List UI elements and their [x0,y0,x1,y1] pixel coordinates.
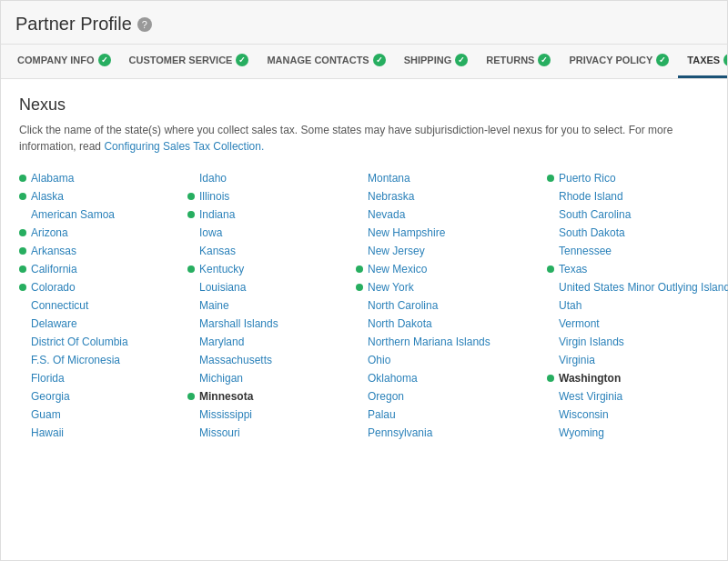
state-item[interactable]: Montana [356,169,547,187]
nav-tab-shipping[interactable]: SHIPPING✓ [395,45,478,78]
state-item[interactable]: Maine [187,296,356,315]
dot-placeholder [187,284,195,291]
help-icon[interactable]: ? [137,17,152,32]
state-name: Kentucky [199,263,244,275]
state-item[interactable]: United States Minor Outlying Islands [547,278,728,296]
state-item[interactable]: North Dakota [356,315,547,333]
state-item[interactable]: Connecticut [19,296,187,315]
state-item[interactable]: Tennessee [547,242,728,260]
state-name: Virginia [559,354,595,366]
state-item[interactable]: Louisiana [187,278,356,296]
state-item[interactable]: Illinois [187,187,356,205]
state-item[interactable]: South Carolina [547,205,728,224]
selected-dot [187,393,195,400]
dot-placeholder [356,302,363,309]
state-name: Mississippi [199,408,252,421]
dot-placeholder [187,411,195,418]
state-item[interactable]: Texas [547,260,728,278]
state-name: Oregon [368,390,404,403]
state-item[interactable]: Iowa [187,224,356,242]
state-item[interactable]: District Of Columbia [19,333,187,351]
dot-placeholder [356,247,363,255]
tab-label: COMPANY INFO [17,55,95,65]
state-item[interactable]: Virginia [547,351,728,369]
state-item[interactable]: Guam [19,406,187,424]
state-item[interactable]: Vermont [547,315,728,333]
state-name: Wisconsin [559,408,609,421]
state-item[interactable]: Wyoming [547,424,728,442]
configuring-link[interactable]: Configuring Sales Tax Collection. [104,140,264,153]
state-item[interactable]: New Hampshire [356,224,547,242]
state-item[interactable]: Northern Mariana Islands [356,333,547,351]
selected-dot [356,265,363,273]
state-item[interactable]: Arkansas [19,242,187,260]
state-item[interactable]: Hawaii [19,424,187,442]
state-item[interactable]: Puerto Rico [547,169,728,187]
state-item[interactable]: Oregon [356,387,547,406]
nav-tab-customer-service[interactable]: CUSTOMER SERVICE✓ [120,45,258,78]
state-item[interactable]: Ohio [356,351,547,369]
tab-label: TAXES [687,55,720,65]
selected-dot [547,375,554,382]
state-name: Massachusetts [199,354,272,366]
state-name: Nevada [368,208,405,221]
state-item[interactable]: Washington [547,369,728,387]
nav-tab-privacy-policy[interactable]: PRIVACY POLICY✓ [560,45,678,78]
state-item[interactable]: Mississippi [187,406,356,424]
state-item[interactable]: New York [356,278,547,296]
state-name: South Dakota [559,226,625,239]
state-item[interactable]: South Dakota [547,224,728,242]
state-name: Alabama [31,172,74,185]
state-name: Rhode Island [559,190,623,203]
state-item[interactable]: California [19,260,187,278]
state-item[interactable]: Marshall Islands [187,315,356,333]
state-item[interactable]: West Virginia [547,387,728,406]
state-item[interactable]: New Jersey [356,242,547,260]
state-item[interactable]: Michigan [187,369,356,387]
state-item[interactable]: Delaware [19,315,187,333]
state-item[interactable]: Utah [547,296,728,315]
state-item[interactable]: Palau [356,406,547,424]
dot-placeholder [547,302,554,309]
state-item[interactable]: Minnesota [187,387,356,406]
state-item[interactable]: North Carolina [356,296,547,315]
state-item[interactable]: Idaho [187,169,356,187]
nav-tab-company-info[interactable]: COMPANY INFO✓ [8,45,120,78]
dot-placeholder [187,338,195,346]
state-name: Palau [368,408,396,421]
state-item[interactable]: Kentucky [187,260,356,278]
state-item[interactable]: Virgin Islands [547,333,728,351]
state-item[interactable]: Nebraska [356,187,547,205]
state-item[interactable]: Pennsylvania [356,424,547,442]
state-item[interactable]: Maryland [187,333,356,351]
state-item[interactable]: Georgia [19,387,187,406]
state-item[interactable]: Arizona [19,224,187,242]
state-name: Illinois [199,190,229,203]
state-item[interactable]: Alaska [19,187,187,205]
dot-placeholder [356,411,363,418]
dot-placeholder [547,429,554,436]
nav-tab-manage-contacts[interactable]: MANAGE CONTACTS✓ [258,45,394,78]
selected-dot [19,265,26,273]
state-name: Montana [368,172,410,185]
state-item[interactable]: Wisconsin [547,406,728,424]
state-item[interactable]: Oklahoma [356,369,547,387]
nav-tab-taxes[interactable]: TAXES✓ [678,45,727,78]
state-item[interactable]: Rhode Island [547,187,728,205]
state-item[interactable]: Alabama [19,169,187,187]
state-item[interactable]: Missouri [187,424,356,442]
dot-placeholder [19,320,26,327]
state-item[interactable]: Colorado [19,278,187,296]
state-item[interactable]: Nevada [356,205,547,224]
state-item[interactable]: Florida [19,369,187,387]
state-item[interactable]: Kansas [187,242,356,260]
state-name: Michigan [199,372,243,385]
dot-placeholder [187,247,195,255]
nav-tab-returns[interactable]: RETURNS✓ [477,45,560,78]
state-item[interactable]: Indiana [187,205,356,224]
state-item[interactable]: American Samoa [19,205,187,224]
state-item[interactable]: Massachusetts [187,351,356,369]
dot-placeholder [19,375,26,382]
state-item[interactable]: New Mexico [356,260,547,278]
state-item[interactable]: F.S. Of Micronesia [19,351,187,369]
